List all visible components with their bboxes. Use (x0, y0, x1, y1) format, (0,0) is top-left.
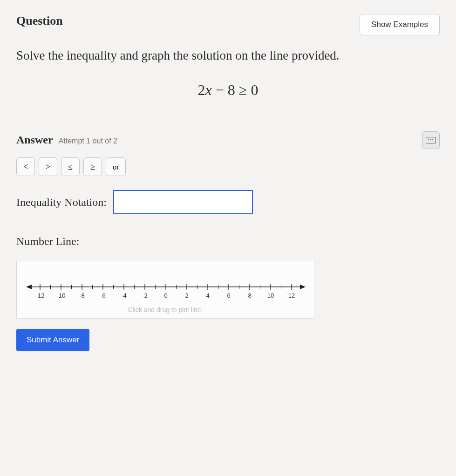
less-equal-button[interactable]: ≤ (61, 157, 80, 176)
number-line-hint: Click and drag to plot line. (26, 306, 305, 313)
number-line-label: Number Line: (16, 235, 440, 248)
tick-label: 0 (164, 292, 167, 299)
rhs: 0 (251, 82, 258, 98)
inequality-notation-input[interactable] (113, 190, 253, 214)
inequality-expression: 2x − 8 ≥ 0 (16, 82, 440, 99)
tick-label: 12 (288, 292, 295, 299)
coefficient: 2 (198, 82, 205, 98)
attempt-counter: Attempt 1 out of 2 (59, 137, 117, 145)
number-line-svg[interactable]: -12-10-8-6-4-2024681012 (26, 280, 306, 303)
show-examples-button[interactable]: Show Examples (360, 14, 440, 35)
question-heading: Question (16, 14, 63, 28)
keypad-button[interactable] (422, 131, 440, 149)
tick-label: -6 (100, 292, 106, 299)
question-prompt: Solve the inequality and graph the solut… (16, 48, 440, 63)
or-button[interactable]: or (106, 157, 126, 176)
tick-label: -10 (57, 292, 66, 299)
greater-equal-button[interactable]: ≥ (83, 157, 102, 176)
tick-label: 10 (267, 292, 274, 299)
inequality-notation-label: Inequality Notation: (16, 196, 107, 209)
answer-heading: Answer (16, 134, 53, 146)
tick-label: 8 (248, 292, 251, 299)
constant: 8 (228, 82, 235, 98)
operator-toolbar: < > ≤ ≥ or (16, 157, 440, 176)
tick-label: 4 (206, 292, 209, 299)
keypad-icon (426, 137, 436, 143)
variable: x (205, 82, 212, 98)
tick-label: -4 (121, 292, 127, 299)
tick-label: -12 (36, 292, 45, 299)
relation-operator: ≥ (235, 82, 251, 98)
less-than-button[interactable]: < (16, 157, 35, 176)
greater-than-button[interactable]: > (39, 157, 57, 176)
tick-label: -2 (142, 292, 148, 299)
submit-answer-button[interactable]: Submit Answer (16, 329, 89, 351)
tick-label: -8 (79, 292, 85, 299)
tick-label: 2 (185, 292, 188, 299)
number-line-canvas[interactable]: -12-10-8-6-4-2024681012 Click and drag t… (16, 261, 314, 319)
tick-label: 6 (227, 292, 230, 299)
arrow-right-icon (300, 285, 306, 289)
arrow-left-icon (26, 285, 32, 289)
minus-operator: − (212, 82, 228, 98)
